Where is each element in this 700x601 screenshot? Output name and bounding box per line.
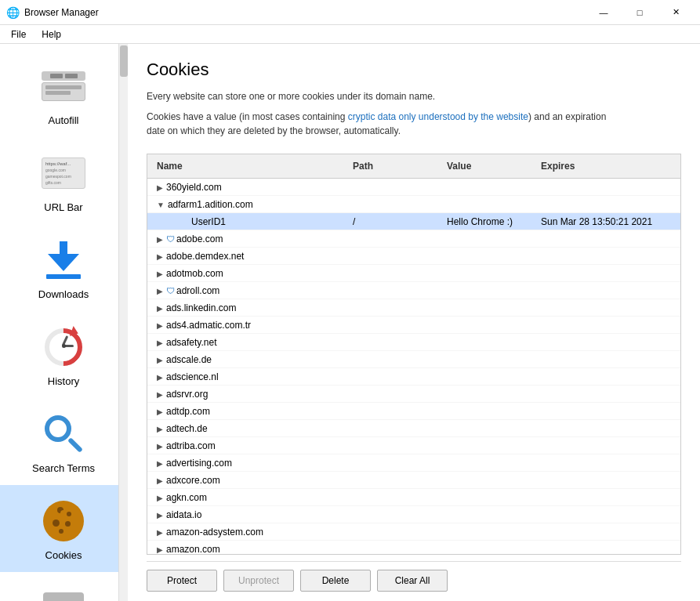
- sidebar-scrollbar-thumb[interactable]: [120, 45, 128, 77]
- cell-value: [444, 427, 538, 430]
- expand-arrow-icon: ▶: [157, 356, 163, 364]
- table-row[interactable]: ▶advertising.com: [147, 454, 680, 472]
- sidebar-scrollbar[interactable]: [118, 44, 128, 601]
- cell-name: ▶adscience.nl: [154, 370, 350, 384]
- disk-cache-icon: [38, 583, 89, 601]
- search-terms-icon: [38, 409, 89, 459]
- table-row[interactable]: ▶amazon-adsystem.com: [147, 523, 680, 541]
- app-icon: 🌐: [6, 6, 20, 19]
- expand-arrow-icon: ▶: [157, 494, 163, 502]
- cell-expires: [538, 324, 674, 327]
- maximize-button[interactable]: □: [622, 0, 658, 25]
- cell-path: [350, 306, 444, 310]
- downloads-icon: [38, 235, 89, 285]
- cell-name: ▶adsafety.net: [154, 335, 350, 349]
- table-row[interactable]: ▶amazon.com: [147, 541, 680, 554]
- table-row[interactable]: ▶ads4.admatic.com.tr: [147, 317, 680, 334]
- cell-path: [350, 530, 444, 534]
- table-row[interactable]: ▶adotmob.com: [147, 265, 680, 282]
- cell-value: [444, 444, 538, 447]
- table-row[interactable]: ▶adtech.de: [147, 420, 680, 437]
- table-row[interactable]: ▶adtdp.com: [147, 403, 680, 420]
- cell-path: [350, 203, 444, 206]
- sidebar-item-downloads-label: Downloads: [38, 288, 89, 300]
- unprotect-button[interactable]: Unprotect: [223, 570, 294, 592]
- table-row[interactable]: ▶🛡adroll.com: [147, 282, 680, 299]
- table-row[interactable]: ▶agkn.com: [147, 489, 680, 506]
- sidebar-item-search-terms[interactable]: Search Terms: [0, 398, 127, 485]
- expand-arrow-icon: ▶: [157, 511, 163, 520]
- delete-button[interactable]: Delete: [300, 570, 371, 592]
- table-row[interactable]: ▶adsrvr.org: [147, 386, 680, 403]
- sidebar-item-disk-cache[interactable]: Disk Cache: [0, 572, 127, 601]
- table-row[interactable]: ▶adtriba.com: [147, 437, 680, 454]
- clear-all-button[interactable]: Clear All: [377, 570, 448, 592]
- table-row[interactable]: ▶adsafety.net: [147, 334, 680, 351]
- table-row[interactable]: ▶adobe.demdex.net: [147, 248, 680, 265]
- cell-name: ▶ads4.admatic.com.tr: [154, 318, 350, 332]
- cell-path: [350, 496, 444, 499]
- expand-arrow-icon: ▶: [157, 476, 163, 485]
- cell-name: ▶adtech.de: [154, 422, 350, 436]
- cell-name: UserID1: [154, 215, 350, 229]
- table-row[interactable]: ▶adscale.de: [147, 351, 680, 368]
- app-title: Browser Manager: [24, 7, 586, 18]
- cell-value: [444, 358, 538, 361]
- menu-help[interactable]: Help: [34, 27, 69, 42]
- cell-value: [444, 462, 538, 465]
- sidebar-item-cookies[interactable]: Cookies: [0, 485, 127, 572]
- cell-path: [350, 186, 444, 189]
- cell-path: [350, 513, 444, 516]
- cell-value: [444, 186, 538, 189]
- close-button[interactable]: ✕: [658, 0, 694, 25]
- cell-path: [350, 479, 444, 482]
- sidebar-item-downloads[interactable]: Downloads: [0, 224, 127, 311]
- table-row[interactable]: ▶adxcore.com: [147, 472, 680, 489]
- sidebar-item-history-label: History: [48, 375, 79, 387]
- cell-expires: [538, 530, 674, 534]
- col-path: Path: [350, 157, 444, 175]
- expand-arrow-icon: ▶: [157, 459, 163, 468]
- sidebar-item-history[interactable]: History: [0, 311, 127, 398]
- table-row[interactable]: ▶🛡adobe.com: [147, 230, 680, 248]
- cell-value: [444, 479, 538, 482]
- table-row[interactable]: ▶360yield.com: [147, 179, 680, 196]
- cell-value: [444, 203, 538, 206]
- cell-expires: [538, 306, 674, 310]
- cell-path: [350, 324, 444, 327]
- cell-value: [444, 548, 538, 551]
- cell-value: [444, 341, 538, 344]
- cell-name: ▶agkn.com: [154, 491, 350, 505]
- cell-expires: Sun Mar 28 13:50:21 2021: [538, 215, 674, 229]
- cookies-icon: [38, 496, 89, 546]
- cell-name: ▶adxcore.com: [154, 473, 350, 487]
- sidebar-item-urlbar[interactable]: https://waf... google.com gamespot.com g…: [0, 137, 127, 224]
- cell-path: [350, 289, 444, 292]
- cell-name: ▶adotmob.com: [154, 266, 350, 281]
- shield-icon: 🛡: [166, 286, 175, 295]
- description-1: Every website can store one or more cook…: [147, 89, 681, 103]
- expand-arrow-icon: ▶: [157, 425, 163, 433]
- cell-expires: [538, 479, 674, 482]
- cell-expires: [538, 548, 674, 551]
- expand-arrow-icon: ▶: [157, 235, 163, 244]
- minimize-button[interactable]: —: [586, 0, 622, 25]
- title-bar: 🌐 Browser Manager — □ ✕: [0, 0, 700, 25]
- table-row[interactable]: ▼adfarm1.adition.com: [147, 196, 680, 213]
- cell-expires: [538, 255, 674, 258]
- table-row[interactable]: UserID1 / Hello Chrome :) Sun Mar 28 13:…: [147, 213, 680, 230]
- protect-button[interactable]: Protect: [147, 570, 217, 592]
- table-row[interactable]: ▶aidata.io: [147, 506, 680, 523]
- cell-path: [350, 410, 444, 413]
- table-row[interactable]: ▶adscience.nl: [147, 368, 680, 386]
- cell-expires: [538, 462, 674, 465]
- sidebar-item-autofill[interactable]: Autofill: [0, 50, 127, 137]
- cell-name: ▶ads.linkedin.com: [154, 301, 350, 315]
- sidebar-item-search-terms-label: Search Terms: [32, 462, 95, 474]
- table-row[interactable]: ▶ads.linkedin.com: [147, 299, 680, 317]
- menu-file[interactable]: File: [3, 27, 34, 42]
- expand-arrow-icon: ▶: [157, 373, 163, 382]
- sidebar-item-cookies-label: Cookies: [45, 549, 82, 561]
- shield-icon: 🛡: [166, 234, 175, 244]
- cell-value: [444, 513, 538, 516]
